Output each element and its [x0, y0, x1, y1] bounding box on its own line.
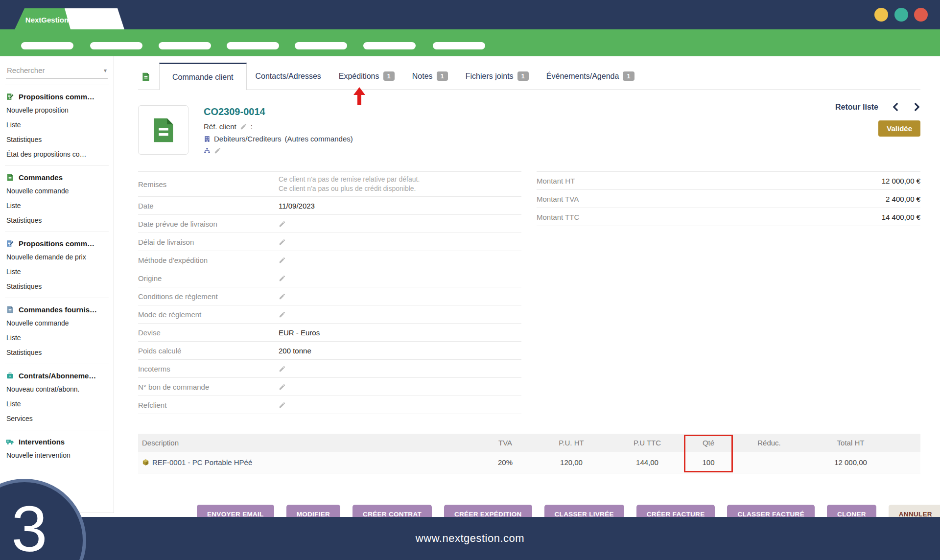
edit-pencil-icon[interactable]	[279, 401, 286, 409]
menubar-item-pill[interactable]	[227, 42, 279, 49]
ref-client-colon: :	[251, 122, 253, 131]
detail-value: Ce client n'a pas ou plus de crédit disp…	[279, 184, 420, 193]
detail-value: 11/09/2023	[279, 202, 315, 210]
edit-pencil-icon[interactable]	[279, 311, 286, 318]
cell-qte: 100	[684, 458, 733, 467]
menubar-item-pill[interactable]	[21, 42, 73, 49]
col-header-total-ht: Total HT	[805, 439, 896, 447]
total-label: Montant TVA	[537, 195, 579, 203]
cell-pu-ttc: 144,00	[611, 458, 684, 467]
detail-label: Mode de règlement	[138, 306, 279, 323]
sidebar-item-nouvelle-intervention[interactable]: Nouvelle intervention	[6, 446, 108, 461]
detail-label: Conditions de règlement	[138, 288, 279, 304]
back-to-list-link[interactable]: Retour liste	[835, 103, 878, 112]
sidebar-section-propositions-fournisseurs[interactable]: Propositions comm…	[6, 239, 108, 248]
menubar-item-pill[interactable]	[90, 42, 142, 49]
search-input[interactable]: Rechercher ▾	[6, 63, 108, 79]
brand-name: NextGestion	[25, 14, 69, 24]
footer-url: www.nextgestion.com	[416, 532, 524, 545]
tab-count-badge: 1	[517, 71, 529, 81]
edit-pencil-icon[interactable]	[279, 383, 286, 391]
step-number: 3	[11, 492, 47, 560]
detail-label: Refclient	[138, 397, 279, 413]
sidebar-item-nouvelle-commande[interactable]: Nouvelle commande	[6, 182, 108, 196]
sidebar-item-liste[interactable]: Liste	[6, 196, 108, 211]
orders-icon	[6, 173, 14, 182]
edit-pencil-icon[interactable]	[279, 220, 286, 228]
sidebar-section-title: Propositions comm…	[19, 93, 94, 101]
tab-evenements-agenda[interactable]: Événements/Agenda 1	[538, 63, 643, 90]
detail-label: N° bon de commande	[138, 379, 279, 395]
sidebar-item-etat-propositions[interactable]: État des propositions co…	[6, 145, 108, 160]
sidebar-item-statistiques[interactable]: Statistiques	[6, 343, 108, 358]
sidebar-section-title: Commandes	[19, 173, 63, 182]
sidebar-item-liste[interactable]: Liste	[6, 262, 108, 277]
main-content: Commande client Contacts/Adresses Expédi…	[114, 56, 940, 517]
tab-notes[interactable]: Notes 1	[403, 63, 457, 90]
total-row-tva: Montant TVA 2 400,00 €	[537, 190, 920, 208]
footer-bar: www.nextgestion.com	[0, 517, 940, 560]
detail-row-origine: Origine	[138, 269, 521, 287]
product-ref-link[interactable]: REF-0001 - PC Portable HPéé	[152, 458, 252, 467]
edit-pencil-icon[interactable]	[279, 365, 286, 373]
detail-row-refclient: Refclient	[138, 396, 521, 414]
edit-pencil-icon[interactable]	[240, 123, 247, 130]
menubar-item-pill[interactable]	[363, 42, 416, 49]
total-label: Montant HT	[537, 177, 575, 185]
menubar-item-pill[interactable]	[159, 42, 211, 49]
window-maximize-dot-icon[interactable]	[894, 8, 908, 22]
tab-fichiers-joints[interactable]: Fichiers joints 1	[457, 63, 538, 90]
sidebar-item-liste[interactable]: Liste	[6, 328, 108, 343]
tab-label: Fichiers joints	[466, 72, 514, 81]
sidebar-section-propositions[interactable]: Propositions comm…	[6, 93, 108, 101]
next-record-icon[interactable]	[913, 102, 920, 112]
detail-label: Devise	[138, 325, 279, 341]
edit-pencil-icon[interactable]	[279, 238, 286, 246]
sidebar-item-statistiques[interactable]: Statistiques	[6, 277, 108, 292]
tab-expeditions[interactable]: Expéditions 1	[330, 63, 403, 90]
thirdparty-note[interactable]: (Autres commandes)	[285, 135, 353, 143]
thirdparty-link[interactable]: Debiteurs/Crediteurs	[214, 135, 282, 143]
sidebar-item-liste[interactable]: Liste	[6, 116, 108, 130]
sidebar-item-statistiques[interactable]: Statistiques	[6, 130, 108, 145]
contracts-icon	[6, 372, 14, 380]
cell-pu-ht: 120,00	[532, 458, 611, 467]
order-details-table: Remises Ce client n'a pas de remise rela…	[138, 171, 521, 414]
sidebar-item-nouveau-contrat[interactable]: Nouveau contrat/abonn.	[6, 380, 108, 395]
order-totals-table: Montant HT 12 000,00 € Montant TVA 2 400…	[537, 171, 920, 226]
left-sidebar: Rechercher ▾ Propositions comm… Nouvelle…	[0, 56, 114, 513]
menubar-item-pill[interactable]	[295, 42, 347, 49]
tab-commande-client[interactable]: Commande client	[159, 63, 247, 90]
window-minimize-dot-icon[interactable]	[874, 8, 888, 22]
previous-record-icon[interactable]	[892, 102, 899, 112]
project-sitemap-icon[interactable]	[204, 147, 211, 154]
sidebar-section-contrats[interactable]: Contrats/Abonneme…	[6, 372, 108, 380]
detail-row-remises: Remises Ce client n'a pas de remise rela…	[138, 172, 521, 197]
menubar-item-pill[interactable]	[433, 42, 485, 49]
total-value: 12 000,00 €	[882, 177, 920, 185]
annotation-arrow	[353, 87, 365, 105]
tab-label: Commande client	[172, 73, 234, 82]
edit-pencil-icon[interactable]	[279, 293, 286, 300]
sidebar-item-services[interactable]: Services	[6, 409, 108, 424]
sidebar-section-interventions[interactable]: Interventions	[6, 438, 108, 446]
sidebar-section-commandes-fournisseurs[interactable]: Commandes fournis…	[6, 305, 108, 314]
edit-pencil-icon[interactable]	[214, 147, 221, 154]
sidebar-item-liste[interactable]: Liste	[6, 395, 108, 409]
window-close-dot-icon[interactable]	[914, 8, 928, 22]
detail-row-date: Date 11/09/2023	[138, 197, 521, 215]
price-request-icon	[6, 239, 14, 248]
sidebar-item-statistiques[interactable]: Statistiques	[6, 211, 108, 226]
edit-pencil-icon[interactable]	[279, 275, 286, 282]
detail-value: EUR - Euros	[279, 328, 320, 337]
sidebar-section-commandes[interactable]: Commandes	[6, 173, 108, 182]
sidebar-item-nouvelle-commande[interactable]: Nouvelle commande	[6, 314, 108, 328]
edit-pencil-icon[interactable]	[279, 257, 286, 264]
detail-label: Poids calculé	[138, 343, 279, 359]
sidebar-item-nouvelle-demande-prix[interactable]: Nouvelle demande de prix	[6, 248, 108, 262]
chevron-down-icon[interactable]: ▾	[104, 67, 107, 74]
tab-contacts-adresses[interactable]: Contacts/Adresses	[247, 63, 330, 90]
sidebar-item-nouvelle-proposition[interactable]: Nouvelle proposition	[6, 101, 108, 116]
detail-label: Remises	[138, 176, 279, 192]
interventions-icon	[6, 438, 14, 446]
